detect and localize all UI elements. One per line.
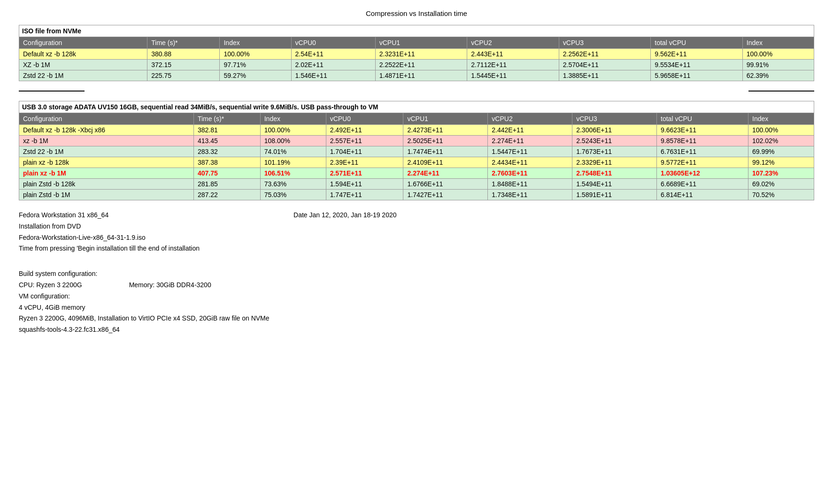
table-row: Default xz -b 128k -Xbcj x86382.81100.00… xyxy=(19,125,814,136)
nvme-table: Configuration Time (s)* Index vCPU0 vCPU… xyxy=(19,37,814,81)
system-line: VM configuration: xyxy=(19,291,814,302)
table-row: plain Zstd -b 1M287.2275.03%1.747E+111.7… xyxy=(19,190,814,200)
nvme-col-time: Time (s)* xyxy=(147,37,220,49)
divider-line-right xyxy=(748,91,814,92)
system-cpu: CPU: Ryzen 3 2200G xyxy=(19,280,82,291)
divider-line-left xyxy=(19,91,85,92)
table-row: Zstd 22 -b 1M283.3274.01%1.704E+111.7474… xyxy=(19,146,814,157)
footnote-line: Fedora-Workstation-Live-x86_64-31-1.9.is… xyxy=(19,232,200,244)
table-row: plain xz -b 1M407.75106.51%2.571E+112.27… xyxy=(19,168,814,179)
usb-section: USB 3.0 storage ADATA UV150 16GB, sequen… xyxy=(19,101,814,200)
table-row: xz -b 1M413.45108.00%2.557E+112.5025E+11… xyxy=(19,136,814,146)
nvme-col-vcpu1: vCPU1 xyxy=(375,37,467,49)
nvme-col-vcpu3: vCPU3 xyxy=(559,37,651,49)
footnote-line: Date Jan 12, 2020, Jan 18-19 2020 xyxy=(293,210,397,221)
footnote-line: Installation from DVD xyxy=(19,221,200,232)
usb-col-vcpu1: vCPU1 xyxy=(403,113,488,125)
nvme-col-vcpu0: vCPU0 xyxy=(291,37,375,49)
usb-header-row: Configuration Time (s)* Index vCPU0 vCPU… xyxy=(19,113,814,125)
page-title: Compression vs Installation time xyxy=(19,9,814,17)
system-cpu-row: CPU: Ryzen 3 2200GMemory: 30GiB DDR4-320… xyxy=(19,280,814,291)
footnote-line: Time from pressing 'Begin installation t… xyxy=(19,243,200,254)
system-config: Build system configuration:CPU: Ryzen 3 … xyxy=(19,268,814,336)
system-memory: Memory: 30GiB DDR4-3200 xyxy=(129,280,211,291)
usb-col-config: Configuration xyxy=(19,113,194,125)
footnote-line: Fedora Workstation 31 x86_64 xyxy=(19,210,200,221)
system-line: squashfs-tools-4.3-22.fc31.x86_64 xyxy=(19,324,814,336)
divider xyxy=(19,91,814,92)
table-row: Zstd 22 -b 1M225.7559.27%1.546E+111.4871… xyxy=(19,70,814,81)
usb-col-time: Time (s)* xyxy=(193,113,260,125)
usb-section-title: USB 3.0 storage ADATA UV150 16GB, sequen… xyxy=(19,101,814,113)
footnotes-right: Date Jan 12, 2020, Jan 18-19 2020 xyxy=(293,210,397,254)
nvme-col-config: Configuration xyxy=(19,37,147,49)
usb-col-total: total vCPU xyxy=(657,113,748,125)
table-row: XZ -b 1M372.1597.71%2.02E+112.2522E+112.… xyxy=(19,60,814,70)
nvme-header-row: Configuration Time (s)* Index vCPU0 vCPU… xyxy=(19,37,814,49)
table-row: plain xz -b 128k387.38101.19%2.39E+112.4… xyxy=(19,157,814,168)
footnotes: Fedora Workstation 31 x86_64Installation… xyxy=(19,210,814,254)
footnotes-row: Fedora Workstation 31 x86_64Installation… xyxy=(19,210,814,254)
usb-col-index2: Index xyxy=(748,113,814,125)
nvme-section-title: ISO file from NVMe xyxy=(19,25,814,37)
system-line: 4 vCPU, 4GiB memory xyxy=(19,302,814,313)
footnotes-left: Fedora Workstation 31 x86_64Installation… xyxy=(19,210,200,254)
usb-col-vcpu3: vCPU3 xyxy=(572,113,657,125)
usb-table: Configuration Time (s)* Index vCPU0 vCPU… xyxy=(19,113,814,200)
usb-col-vcpu2: vCPU2 xyxy=(488,113,572,125)
system-line: Ryzen 3 2200G, 4096MiB, Installation to … xyxy=(19,313,814,324)
nvme-section: ISO file from NVMe Configuration Time (s… xyxy=(19,25,814,81)
table-row: Default xz -b 128k380.88100.00%2.54E+112… xyxy=(19,49,814,60)
nvme-col-index2: Index xyxy=(742,37,814,49)
nvme-col-index1: Index xyxy=(220,37,291,49)
nvme-col-vcpu2: vCPU2 xyxy=(467,37,559,49)
table-row: plain Zstd -b 128k281.8573.63%1.594E+111… xyxy=(19,179,814,190)
system-line: Build system configuration: xyxy=(19,268,814,280)
nvme-col-total: total vCPU xyxy=(651,37,743,49)
usb-col-index1: Index xyxy=(260,113,326,125)
usb-col-vcpu0: vCPU0 xyxy=(326,113,403,125)
